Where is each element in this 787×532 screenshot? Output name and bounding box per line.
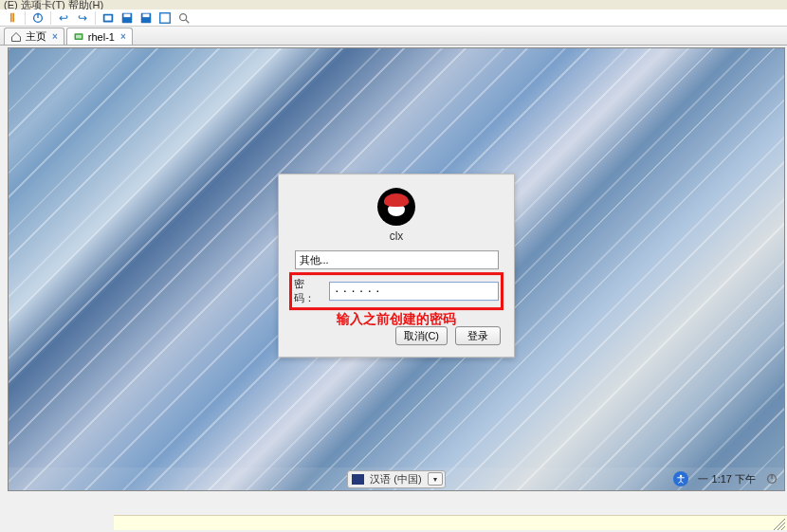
password-label: 密码：	[294, 277, 323, 305]
panel-right: 一 1:17 下午	[673, 471, 778, 486]
svg-rect-3	[105, 15, 112, 20]
svg-rect-5	[124, 13, 131, 17]
password-input[interactable]	[329, 282, 499, 301]
menubar-text: (E) 选项卡(T) 帮助(H)	[4, 0, 103, 9]
separator	[50, 11, 51, 25]
clock-text: 一 1:17 下午	[698, 472, 756, 486]
login-panel: clx 密码： 输入之前创建的密码 取消(C) 登录	[278, 174, 515, 358]
tab-rhel1[interactable]: rhel-1 ×	[66, 28, 133, 45]
disk-icon[interactable]	[120, 11, 134, 25]
power-icon[interactable]	[765, 472, 778, 486]
arrow-prev-icon[interactable]: ↩	[57, 11, 70, 25]
tab-home[interactable]: 主页 ×	[4, 28, 64, 45]
host-status-bar	[0, 491, 787, 532]
svg-point-9	[180, 13, 187, 20]
pause-icon[interactable]: Ⅱ	[6, 11, 19, 25]
chevron-down-icon[interactable]: ▾	[428, 472, 443, 486]
power-icon[interactable]	[31, 11, 45, 25]
other-user-input[interactable]	[295, 250, 499, 269]
separator	[25, 11, 26, 25]
guest-viewport[interactable]: clx 密码： 输入之前创建的密码 取消(C) 登录 汉语 (中国) ▾ 一 1…	[8, 47, 785, 491]
menubar: (E) 选项卡(T) 帮助(H)	[0, 0, 787, 9]
svg-line-10	[186, 19, 190, 23]
separator	[95, 11, 96, 25]
tab-bar: 主页 × rhel-1 ×	[0, 27, 787, 46]
info-bar	[114, 515, 787, 530]
guest-bottom-panel: 汉语 (中国) ▾ 一 1:17 下午	[9, 468, 784, 490]
language-label: 汉语 (中国)	[370, 472, 421, 486]
search-icon[interactable]	[177, 11, 191, 25]
cancel-button[interactable]: 取消(C)	[395, 326, 448, 345]
tab-label: rhel-1	[88, 31, 115, 43]
language-selector[interactable]: 汉语 (中国) ▾	[347, 470, 445, 488]
svg-point-13	[680, 475, 683, 478]
vm-icon	[73, 31, 84, 43]
toolbar: Ⅱ ↩ ↪	[0, 9, 787, 27]
password-row: 密码：	[292, 275, 501, 307]
accessibility-icon[interactable]	[673, 471, 688, 486]
flag-icon	[352, 474, 364, 485]
home-icon	[10, 31, 22, 43]
screenshot-icon[interactable]	[101, 11, 115, 25]
close-icon[interactable]: ×	[120, 31, 126, 42]
svg-rect-7	[143, 13, 150, 17]
expand-icon[interactable]	[158, 11, 172, 25]
login-username: clx	[292, 229, 501, 243]
resize-grip-icon[interactable]	[774, 519, 785, 530]
disk-icon-2[interactable]	[139, 11, 153, 25]
arrow-next-icon[interactable]: ↪	[76, 11, 89, 25]
tab-label: 主页	[26, 29, 46, 44]
svg-rect-8	[160, 12, 171, 23]
login-button[interactable]: 登录	[455, 326, 501, 345]
svg-rect-12	[76, 34, 82, 38]
button-row: 取消(C) 登录	[292, 326, 501, 345]
annotation-text: 输入之前创建的密码	[292, 311, 501, 328]
close-icon[interactable]: ×	[52, 31, 58, 42]
redhat-logo	[377, 188, 415, 226]
